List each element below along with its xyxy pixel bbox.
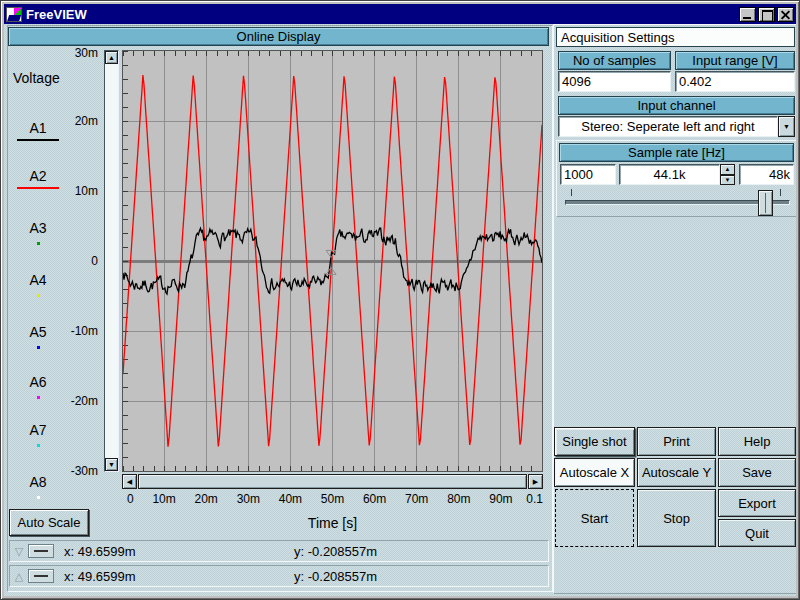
channel-line-swatch bbox=[17, 187, 59, 189]
y-tick: -30m bbox=[56, 464, 98, 478]
cursor-y-value: y: -0.208557m bbox=[294, 569, 377, 584]
window-title: FreeVIEW bbox=[26, 7, 87, 22]
sample-rate-min-input[interactable]: 1000 bbox=[560, 164, 616, 185]
start-button[interactable]: Start bbox=[555, 489, 634, 547]
cursor-up-marker-icon: △ bbox=[10, 570, 28, 583]
input-channel-select[interactable]: Stereo: Seperate left and right ▼ bbox=[558, 116, 795, 137]
channel-dot-swatch bbox=[37, 346, 40, 349]
channel-dot-swatch bbox=[37, 496, 40, 499]
channel-label[interactable]: A5 bbox=[29, 324, 46, 340]
auto-scale-button[interactable]: Auto Scale bbox=[9, 509, 89, 536]
vertical-scrollbar[interactable]: ▲ ▼ bbox=[104, 50, 119, 472]
no-of-samples-header: No of samples bbox=[558, 51, 671, 70]
x-tick: 60m bbox=[363, 492, 386, 506]
scroll-up-button[interactable]: ▲ bbox=[105, 51, 118, 64]
channel-label[interactable]: A8 bbox=[29, 474, 46, 490]
y-axis-title: Voltage bbox=[13, 70, 60, 86]
horizontal-scrollbar[interactable]: ◀ ▶ bbox=[122, 474, 543, 489]
slider-groove[interactable] bbox=[565, 200, 790, 205]
combo-dropdown-icon[interactable]: ▼ bbox=[778, 116, 795, 137]
y-tick: 0 bbox=[56, 254, 98, 268]
scroll-left-button[interactable]: ◀ bbox=[122, 474, 137, 489]
x-tick: 10m bbox=[152, 492, 175, 506]
y-axis-ticks: 30m 20m 10m 0 -10m -20m -30m bbox=[56, 50, 98, 484]
input-channel-value[interactable]: Stereo: Seperate left and right bbox=[558, 116, 778, 137]
sample-rate-group: Sample rate [Hz] 1000 44.1k ▲ ▼ 48k bbox=[556, 140, 796, 217]
spin-up-button[interactable]: ▲ bbox=[720, 164, 735, 175]
maximize-button[interactable] bbox=[758, 7, 775, 22]
spin-down-button[interactable]: ▼ bbox=[720, 175, 735, 186]
y-tick: 10m bbox=[56, 184, 98, 198]
x-tick: 20m bbox=[195, 492, 218, 506]
input-range-header: Input range [V] bbox=[675, 51, 795, 70]
input-channel-header: Input channel bbox=[558, 96, 795, 115]
cursor-y-value: y: -0.208557m bbox=[294, 544, 377, 559]
channel-dot-swatch bbox=[37, 444, 40, 447]
y-tick: -10m bbox=[56, 324, 98, 338]
x-axis-title: Time [s] bbox=[122, 515, 543, 531]
channel-label[interactable]: A7 bbox=[29, 422, 46, 438]
close-button[interactable] bbox=[777, 7, 794, 22]
x-tick: 40m bbox=[279, 492, 302, 506]
app-window: FreeVIEW Online Display Voltage A1 A2 A3… bbox=[0, 0, 800, 600]
y-tick: 20m bbox=[56, 114, 98, 128]
settings-panel: Acquisition Settings No of samples Input… bbox=[553, 24, 796, 594]
channel-dot-swatch bbox=[37, 242, 40, 245]
print-button[interactable]: Print bbox=[637, 427, 716, 456]
autoscale-y-button[interactable]: Autoscale Y bbox=[637, 458, 716, 487]
cursor-readout-row-1: ▽ x: 49.6599m y: -0.208557m bbox=[9, 540, 549, 562]
x-tick: 90m bbox=[489, 492, 512, 506]
x-tick: 80m bbox=[447, 492, 470, 506]
quit-button[interactable]: Quit bbox=[718, 519, 796, 547]
waveform-plot[interactable] bbox=[122, 50, 543, 472]
channel-label[interactable]: A2 bbox=[29, 168, 46, 184]
export-button[interactable]: Export bbox=[718, 489, 796, 517]
save-button[interactable]: Save bbox=[718, 458, 796, 487]
x-tick: 50m bbox=[321, 492, 344, 506]
help-button[interactable]: Help bbox=[718, 427, 796, 456]
y-tick: 30m bbox=[56, 46, 98, 60]
sample-rate-spinner[interactable]: 44.1k ▲ ▼ bbox=[619, 164, 735, 185]
x-tick: 0 bbox=[127, 492, 134, 506]
sample-rate-slider-handle[interactable] bbox=[758, 190, 773, 216]
slider-tick-min bbox=[571, 189, 572, 196]
channel-dot-swatch bbox=[37, 294, 40, 297]
single-shot-button[interactable]: Single shot bbox=[554, 427, 635, 456]
cursor-x-value: x: 49.6599m bbox=[64, 569, 294, 584]
horizontal-scroll-thumb[interactable] bbox=[138, 474, 527, 489]
cursor-line-style-button[interactable] bbox=[28, 544, 54, 558]
sample-rate-value[interactable]: 44.1k bbox=[619, 164, 720, 185]
cursor-x-value: x: 49.6599m bbox=[64, 544, 294, 559]
no-of-samples-input[interactable]: 4096 bbox=[558, 71, 671, 92]
scroll-right-button[interactable]: ▶ bbox=[528, 474, 543, 489]
title-bar[interactable]: FreeVIEW bbox=[4, 4, 796, 24]
sample-rate-header: Sample rate [Hz] bbox=[559, 143, 794, 162]
y-tick: -20m bbox=[56, 394, 98, 408]
main-content: Online Display Voltage A1 A2 A3 A4 A5 A6 bbox=[4, 24, 796, 596]
slider-tick-max bbox=[780, 189, 781, 196]
x-tick: 0.1 bbox=[526, 492, 543, 506]
online-display-header: Online Display bbox=[8, 27, 549, 46]
cursor-line-style-button[interactable] bbox=[28, 569, 54, 583]
sample-rate-slider[interactable] bbox=[561, 187, 794, 217]
autoscale-x-button[interactable]: Autoscale X bbox=[554, 458, 635, 487]
scroll-down-button[interactable]: ▼ bbox=[105, 458, 118, 471]
x-tick: 70m bbox=[405, 492, 428, 506]
x-axis-ticks: 0 10m 20m 30m 40m 50m 60m 70m 80m 90m 0.… bbox=[122, 492, 543, 506]
app-icon bbox=[6, 7, 22, 22]
channel-line-swatch bbox=[17, 139, 59, 141]
stop-button[interactable]: Stop bbox=[637, 489, 716, 547]
channel-label[interactable]: A1 bbox=[29, 120, 46, 136]
channel-label[interactable]: A4 bbox=[29, 272, 46, 288]
cursor-down-marker-icon: ▽ bbox=[10, 545, 28, 558]
channel-dot-swatch bbox=[37, 396, 40, 399]
channel-label[interactable]: A6 bbox=[29, 374, 46, 390]
x-tick: 30m bbox=[237, 492, 260, 506]
channel-label[interactable]: A3 bbox=[29, 220, 46, 236]
minimize-button[interactable] bbox=[739, 7, 756, 22]
acquisition-settings-title: Acquisition Settings bbox=[556, 27, 795, 47]
sample-rate-max-input[interactable]: 48k bbox=[739, 164, 794, 185]
input-range-input[interactable]: 0.402 bbox=[675, 71, 795, 92]
cursor-readout-row-2: △ x: 49.6599m y: -0.208557m bbox=[9, 565, 549, 587]
waveform-svg bbox=[123, 51, 542, 471]
